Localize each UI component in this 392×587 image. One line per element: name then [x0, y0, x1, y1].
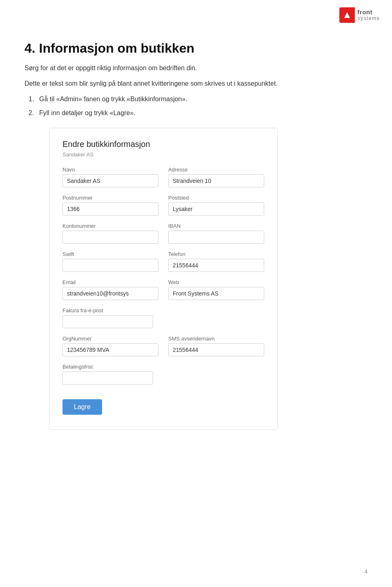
- label-swift: Swift: [62, 251, 158, 257]
- logo-icon: [339, 7, 355, 23]
- intro-paragraph-2: Dette er tekst som blir synlig på blant …: [24, 79, 368, 89]
- form-row-2: Postnummer Poststed: [62, 195, 264, 216]
- field-telefon: Telefon: [168, 251, 264, 272]
- input-betalingsfrist[interactable]: [62, 371, 153, 385]
- form-row-8: Betalingsfrist: [62, 364, 264, 385]
- input-sms[interactable]: [168, 343, 264, 356]
- input-telefon[interactable]: [168, 259, 264, 272]
- input-navn[interactable]: [62, 174, 158, 187]
- intro-paragraph-1: Sørg for at det er oppgitt riktig inform…: [24, 63, 368, 73]
- label-telefon: Telefon: [168, 251, 264, 257]
- field-orgnummer: OrgNummer: [62, 336, 158, 356]
- form-title: Endre butikkinformasjon: [62, 140, 264, 149]
- form-subtitle: Sandaker AS: [62, 151, 264, 158]
- input-kontonummer[interactable]: [62, 231, 158, 244]
- form-row-6: Fakura fra-e-post: [62, 307, 264, 328]
- label-orgnummer: OrgNummer: [62, 336, 158, 342]
- field-navn: Navn: [62, 167, 158, 187]
- field-web: Web: [168, 279, 264, 300]
- step-2-text: Fyll inn detaljer og trykk «Lagre».: [39, 108, 136, 118]
- input-postnummer[interactable]: [62, 202, 158, 216]
- field-email: Email: [62, 279, 158, 300]
- svg-marker-0: [344, 12, 350, 18]
- form-row-5: Email Web: [62, 279, 264, 300]
- page-heading: 4. Informasjon om butikken: [24, 41, 368, 56]
- input-poststed[interactable]: [168, 202, 264, 216]
- step-1: 1. Gå til «Admin» fanen og trykk «Butikk…: [29, 94, 368, 104]
- field-postnummer: Postnummer: [62, 195, 158, 216]
- field-poststed: Poststed: [168, 195, 264, 216]
- field-kontonummer: Kontonummer: [62, 223, 158, 244]
- label-web: Web: [168, 279, 264, 285]
- logo-line2: systems: [357, 16, 380, 21]
- form-row-1: Navn Adresse: [62, 167, 264, 187]
- input-fakura[interactable]: [62, 315, 153, 328]
- input-web[interactable]: [168, 287, 264, 300]
- steps-list: 1. Gå til «Admin» fanen og trykk «Butikk…: [29, 94, 368, 118]
- input-email[interactable]: [62, 287, 158, 300]
- input-orgnummer[interactable]: [62, 343, 158, 356]
- label-poststed: Poststed: [168, 195, 264, 201]
- label-navn: Navn: [62, 167, 158, 173]
- label-email: Email: [62, 279, 158, 285]
- save-button[interactable]: Lagre: [62, 399, 102, 415]
- label-sms: SMS avsendernavn: [168, 336, 264, 342]
- field-adresse: Adresse: [168, 167, 264, 187]
- label-postnummer: Postnummer: [62, 195, 158, 201]
- form-row-4: Swift Telefon: [62, 251, 264, 272]
- field-swift: Swift: [62, 251, 158, 272]
- logo: front systems: [339, 7, 380, 23]
- input-swift[interactable]: [62, 259, 158, 272]
- field-betalingsfrist: Betalingsfrist: [62, 364, 153, 385]
- field-fakura: Fakura fra-e-post: [62, 307, 153, 328]
- form-row-3: Kontonummer IBAN: [62, 223, 264, 244]
- step-1-text: Gå til «Admin» fanen og trykk «Butikkinf…: [39, 94, 187, 104]
- field-sms: SMS avsendernavn: [168, 336, 264, 356]
- page-number: 4: [364, 568, 368, 575]
- step-2-num: 2.: [29, 108, 36, 118]
- label-iban: IBAN: [168, 223, 264, 229]
- input-adresse[interactable]: [168, 174, 264, 187]
- logo-text: front systems: [355, 9, 380, 22]
- step-2: 2. Fyll inn detaljer og trykk «Lagre».: [29, 108, 368, 118]
- logo-line1: front: [357, 9, 380, 16]
- step-1-num: 1.: [29, 94, 36, 104]
- form-container: Endre butikkinformasjon Sandaker AS Navn…: [49, 128, 278, 430]
- label-fakura: Fakura fra-e-post: [62, 307, 153, 314]
- form-row-7: OrgNummer SMS avsendernavn: [62, 336, 264, 356]
- label-kontonummer: Kontonummer: [62, 223, 158, 229]
- label-betalingsfrist: Betalingsfrist: [62, 364, 153, 370]
- field-iban: IBAN: [168, 223, 264, 244]
- input-iban[interactable]: [168, 231, 264, 244]
- label-adresse: Adresse: [168, 167, 264, 173]
